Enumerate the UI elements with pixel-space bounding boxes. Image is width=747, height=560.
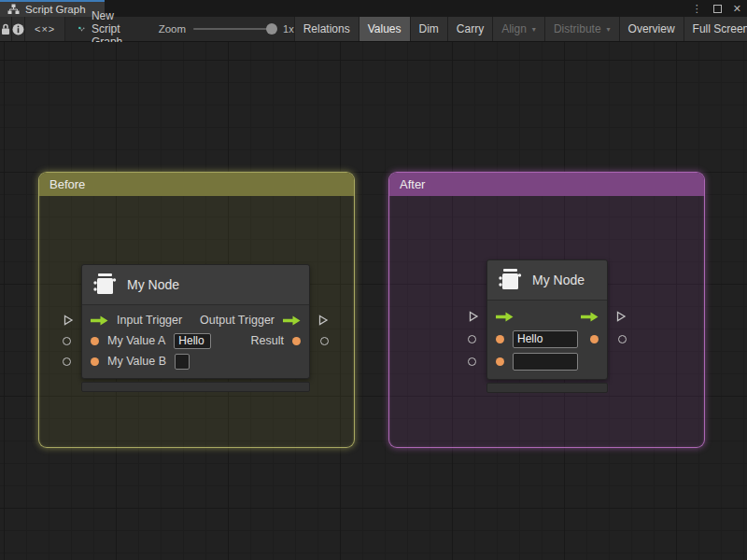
zoom-value: 1x [283, 23, 294, 35]
value-port-icon [292, 337, 301, 345]
flow-arrow-icon [496, 312, 514, 322]
node-after-body [487, 301, 607, 379]
relations-button[interactable]: Relations [294, 17, 359, 41]
result-port[interactable] [320, 337, 329, 345]
node-icon [498, 267, 523, 293]
input-trigger-port[interactable] [63, 315, 74, 326]
value-b-port[interactable] [63, 357, 71, 366]
value-a-row [487, 328, 607, 350]
trigger-row: Input Trigger Output Trigger [82, 310, 309, 330]
trigger-row [487, 305, 607, 328]
flow-arrow-icon [91, 315, 108, 326]
values-button[interactable]: Values [359, 17, 410, 41]
value-port-icon [496, 357, 504, 366]
flow-arrow-icon [283, 315, 301, 326]
trigger-port-icon [317, 315, 329, 326]
chevron-down-icon: ▾ [607, 25, 611, 34]
node-title: My Node [127, 277, 179, 292]
port-label: Input Trigger [117, 314, 182, 327]
panel-menu-icon[interactable]: ⋮ [692, 4, 702, 14]
zoom-label: Zoom [159, 23, 186, 35]
node-before-header[interactable]: My Node [82, 265, 309, 305]
graph-icon [78, 23, 85, 35]
group-before-title: Before [49, 177, 85, 191]
carry-button[interactable]: Carry [447, 17, 492, 41]
group-before-header[interactable]: Before [39, 173, 354, 196]
value-b-row [487, 350, 607, 372]
hierarchy-icon [7, 4, 20, 15]
align-dropdown[interactable]: Align ▾ [492, 17, 544, 41]
value-port-icon [91, 357, 99, 366]
port-label: My Value B [107, 355, 166, 368]
value-a-port[interactable] [468, 335, 476, 343]
value-b-port[interactable] [468, 357, 476, 366]
node-footer[interactable] [81, 382, 310, 392]
maximize-icon[interactable] [713, 5, 722, 13]
zoom-slider[interactable] [193, 28, 275, 30]
result-port[interactable] [618, 335, 627, 343]
group-after-header[interactable]: After [389, 173, 704, 196]
node-after[interactable]: My Node [486, 259, 608, 393]
value-port-icon [496, 335, 504, 343]
node-before-body: Input Trigger Output Trigger [82, 305, 309, 378]
node-icon [92, 272, 118, 298]
window-controls: ⋮ ✕ [692, 0, 741, 17]
fullscreen-button[interactable]: Full Screen [684, 17, 747, 41]
group-after-title: After [400, 177, 425, 191]
output-trigger-port[interactable] [317, 315, 329, 326]
distribute-label: Distribute [554, 22, 601, 35]
value-b-input[interactable] [175, 354, 190, 370]
port-label: My Value A [107, 334, 165, 347]
zoom-slider-handle[interactable] [266, 23, 277, 35]
node-after-header[interactable]: My Node [487, 260, 607, 301]
tab-title: Script Graph [25, 4, 86, 15]
align-label: Align [501, 22, 527, 35]
lock-icon [0, 23, 11, 35]
dim-button[interactable]: Dim [410, 17, 447, 41]
node-before[interactable]: My Node Input Trigger [81, 264, 310, 392]
script-graph-window: Script Graph ⋮ ✕ <×> [0, 0, 747, 560]
value-b-row: My Value B [82, 351, 309, 371]
value-a-row: My Value A Result [82, 330, 309, 351]
tab-script-graph[interactable]: Script Graph [0, 0, 105, 17]
value-a-input[interactable] [174, 333, 211, 349]
value-b-input[interactable] [513, 353, 578, 371]
code-preview-button[interactable]: <×> [25, 17, 65, 41]
zoom-control: Zoom 1x [159, 17, 294, 41]
output-trigger-port[interactable] [615, 311, 627, 322]
value-a-port[interactable] [63, 337, 71, 345]
distribute-dropdown[interactable]: Distribute ▾ [544, 17, 619, 41]
close-icon[interactable]: ✕ [733, 4, 741, 14]
graph-canvas[interactable]: Before After My Node [0, 42, 747, 560]
node-title: My Node [532, 273, 585, 287]
port-label: Output Trigger [200, 314, 275, 327]
graph-toolbar: <×> New Script Graph Zoom 1x Relations V… [0, 17, 747, 42]
info-button[interactable] [12, 17, 25, 41]
flow-arrow-icon [581, 312, 599, 322]
value-port-icon [590, 335, 599, 343]
port-label: Result [251, 334, 284, 347]
trigger-port-icon [615, 311, 627, 322]
chevron-down-icon: ▾ [532, 25, 536, 34]
value-port-icon [91, 337, 99, 345]
overview-button[interactable]: Overview [619, 17, 684, 41]
trigger-port-icon [468, 311, 479, 322]
trigger-port-icon [63, 315, 74, 326]
lock-button[interactable] [0, 17, 12, 41]
value-a-input[interactable] [513, 330, 578, 348]
graph-title-button[interactable]: New Script Graph [65, 17, 143, 41]
node-footer[interactable] [486, 383, 608, 393]
info-icon [12, 23, 24, 35]
input-trigger-port[interactable] [468, 311, 479, 322]
